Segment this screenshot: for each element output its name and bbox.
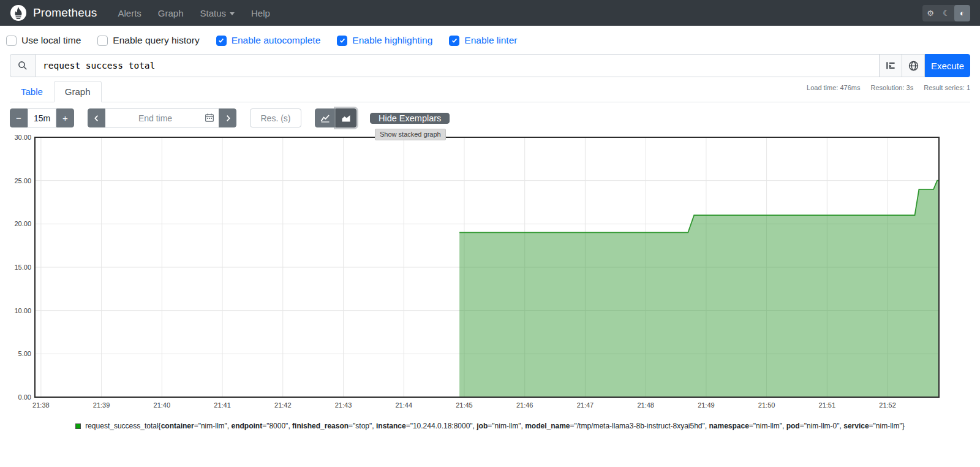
range-input[interactable] (28, 108, 56, 127)
metrics-explorer-button[interactable] (902, 54, 925, 77)
decrease-range-button[interactable]: − (10, 108, 28, 127)
graph-panel: − + Hide (0, 108, 980, 430)
hide-exemplars-button[interactable]: Hide Exemplars (370, 113, 450, 124)
legend: request_success_total{container="nim-llm… (0, 422, 980, 430)
option-enable-query-history[interactable]: Enable query history (97, 35, 199, 46)
nav-links: Alerts Graph Status Help (118, 8, 270, 18)
svg-text:21:45: 21:45 (456, 401, 473, 409)
svg-text:21:48: 21:48 (637, 401, 654, 409)
checkbox (97, 36, 108, 46)
format-expression-icon (886, 61, 895, 70)
nav-item-graph[interactable]: Graph (158, 8, 184, 18)
checkbox (337, 36, 347, 46)
svg-text:25.00: 25.00 (14, 177, 31, 184)
graph-canvas[interactable]: 21:3821:3921:4021:4121:4221:4321:4421:45… (10, 132, 970, 409)
option-enable-highlighting[interactable]: Enable highlighting (337, 35, 432, 46)
svg-text:21:50: 21:50 (758, 401, 775, 409)
navbar: Prometheus Alerts Graph Status Help ⚙ ☾ … (0, 0, 980, 26)
stacked-graph-tooltip: Show stacked graph (375, 129, 446, 140)
svg-text:21:43: 21:43 (335, 401, 352, 409)
status-caret-icon (230, 12, 235, 15)
check-icon (451, 37, 458, 44)
svg-text:10.00: 10.00 (14, 307, 31, 314)
prometheus-logo-icon (10, 4, 27, 21)
theme-toggle-group: ⚙ ☾ ◐ (922, 5, 970, 21)
settings-button[interactable]: ⚙ (922, 5, 938, 21)
tabs: Table Graph (10, 81, 102, 102)
time-back-button[interactable] (88, 108, 105, 127)
brand-name: Prometheus (33, 6, 97, 20)
auto-theme-button[interactable]: ◐ (954, 5, 970, 21)
checkbox (449, 36, 459, 46)
brand-link[interactable]: Prometheus (10, 4, 97, 21)
chevron-right-icon (224, 114, 232, 123)
time-forward-button[interactable] (219, 108, 236, 127)
metrics-explorer-icon (908, 61, 919, 71)
resolution: Resolution: 3s (870, 84, 913, 102)
moon-icon: ☾ (943, 9, 950, 18)
svg-text:21:40: 21:40 (154, 401, 171, 409)
calendar-icon[interactable] (205, 113, 214, 123)
svg-text:21:46: 21:46 (516, 401, 533, 409)
svg-text:21:44: 21:44 (395, 401, 412, 409)
graph-controls: − + Hide (10, 108, 970, 127)
svg-text:21:47: 21:47 (577, 401, 594, 409)
dark-theme-button[interactable]: ☾ (938, 5, 954, 21)
options-row: Use local time Enable query history Enab… (0, 26, 980, 53)
svg-text:5.00: 5.00 (18, 350, 31, 357)
execute-button[interactable]: Execute (925, 54, 970, 77)
gear-icon: ⚙ (927, 9, 934, 18)
svg-text:21:51: 21:51 (819, 401, 836, 409)
stacked-graph-icon (341, 113, 351, 123)
nav-item-status[interactable]: Status (200, 8, 235, 18)
svg-text:21:39: 21:39 (93, 401, 110, 409)
line-graph-icon (320, 113, 330, 123)
chart-area: 21:3821:3921:4021:4121:4221:4321:4421:45… (10, 132, 970, 412)
option-enable-autocomplete[interactable]: Enable autocomplete (216, 35, 321, 46)
tab-graph[interactable]: Graph (54, 81, 102, 102)
nav-item-help[interactable]: Help (251, 8, 270, 18)
tab-table[interactable]: Table (10, 81, 54, 102)
range-group: − + (10, 108, 74, 127)
svg-text:21:38: 21:38 (32, 401, 50, 409)
svg-text:20.00: 20.00 (14, 220, 31, 227)
end-time-input[interactable] (105, 108, 219, 127)
tab-bar: Table Graph Load time: 476ms Resolution:… (10, 81, 970, 102)
svg-text:21:49: 21:49 (698, 401, 715, 409)
svg-text:0.00: 0.00 (18, 393, 31, 401)
option-use-local-time[interactable]: Use local time (6, 35, 81, 46)
query-bar: Execute (10, 54, 970, 77)
legend-item[interactable]: request_success_total{container="nim-llm… (75, 422, 905, 430)
svg-text:21:42: 21:42 (274, 401, 292, 409)
query-stats: Load time: 476ms Resolution: 3s Result s… (807, 81, 970, 102)
series-swatch (75, 423, 81, 429)
search-icon (18, 61, 28, 70)
svg-text:30.00: 30.00 (14, 134, 31, 141)
checkbox (6, 36, 17, 46)
line-graph-button[interactable] (315, 108, 336, 127)
check-icon (217, 37, 225, 44)
stacked-graph-button[interactable] (336, 108, 356, 127)
resolution-input[interactable] (250, 108, 301, 127)
search-addon (10, 54, 36, 77)
svg-text:21:52: 21:52 (879, 401, 896, 409)
graph-type-group (315, 108, 356, 127)
format-expression-button[interactable] (880, 54, 902, 77)
increase-range-button[interactable]: + (56, 108, 74, 127)
load-time: Load time: 476ms (807, 84, 860, 102)
checkbox (216, 36, 227, 46)
result-series: Result series: 1 (924, 84, 970, 102)
time-group (88, 108, 236, 127)
contrast-icon: ◐ (960, 9, 965, 18)
end-time-wrap (105, 108, 219, 127)
query-input[interactable] (36, 54, 880, 77)
legend-text: request_success_total{container="nim-llm… (85, 422, 905, 430)
svg-text:15.00: 15.00 (14, 264, 31, 271)
svg-text:21:41: 21:41 (214, 401, 231, 409)
option-enable-linter[interactable]: Enable linter (449, 35, 517, 46)
chevron-left-icon (92, 114, 101, 123)
check-icon (339, 37, 346, 44)
nav-item-alerts[interactable]: Alerts (118, 8, 141, 18)
